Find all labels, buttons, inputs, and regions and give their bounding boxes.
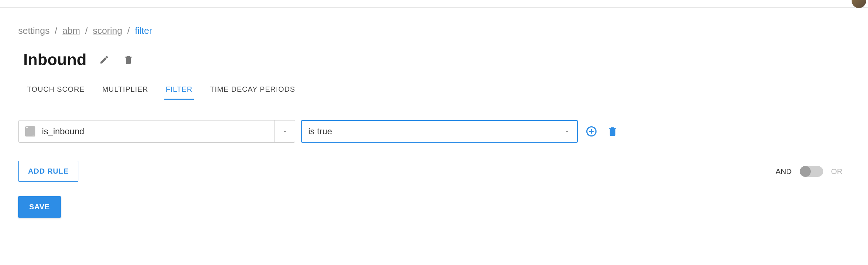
pencil-icon (99, 55, 109, 65)
add-rule-button[interactable]: ADD RULE (18, 161, 78, 182)
breadcrumb-filter: filter (135, 25, 152, 36)
toggle-knob (800, 166, 811, 177)
field-dropdown-toggle[interactable] (274, 120, 295, 142)
filter-rule-row: is_inbound is true (18, 120, 850, 143)
breadcrumb-settings: settings (18, 25, 50, 36)
edit-button[interactable] (98, 53, 111, 66)
filter-operator-value: is true (308, 126, 332, 137)
trash-icon (607, 126, 618, 137)
breadcrumb-scoring[interactable]: scoring (93, 25, 122, 36)
logic-toggle-group: AND OR (775, 166, 842, 177)
breadcrumb-abm[interactable]: abm (62, 25, 80, 36)
tab-filter[interactable]: FILTER (164, 85, 194, 100)
tab-time-decay-periods[interactable]: TIME DECAY PERIODS (208, 85, 297, 100)
delete-button[interactable] (122, 53, 135, 66)
filter-field-select[interactable]: is_inbound (18, 120, 295, 143)
filter-operator-select[interactable]: is true (301, 120, 578, 143)
tabs: TOUCH SCORE MULTIPLIER FILTER TIME DECAY… (18, 85, 850, 100)
field-type-icon (25, 126, 35, 137)
breadcrumb-sep: / (55, 25, 57, 36)
operator-dropdown-toggle[interactable] (557, 121, 577, 142)
breadcrumb-sep: / (85, 25, 88, 36)
add-condition-button[interactable] (584, 124, 599, 139)
logic-or-label: OR (831, 167, 843, 176)
filter-field-value: is_inbound (42, 126, 84, 137)
page-title: Inbound (23, 51, 87, 69)
chevron-down-icon (563, 128, 571, 135)
logic-and-label: AND (775, 167, 791, 176)
plus-circle-icon (586, 126, 597, 137)
logic-toggle[interactable] (800, 166, 823, 177)
trash-icon (123, 55, 133, 65)
breadcrumb: settings / abm / scoring / filter (18, 25, 850, 36)
tab-touch-score[interactable]: TOUCH SCORE (26, 85, 86, 100)
tab-multiplier[interactable]: MULTIPLIER (101, 85, 149, 100)
delete-condition-button[interactable] (605, 124, 620, 139)
chevron-down-icon (281, 128, 289, 135)
breadcrumb-sep: / (127, 25, 130, 36)
save-button[interactable]: SAVE (18, 196, 61, 218)
